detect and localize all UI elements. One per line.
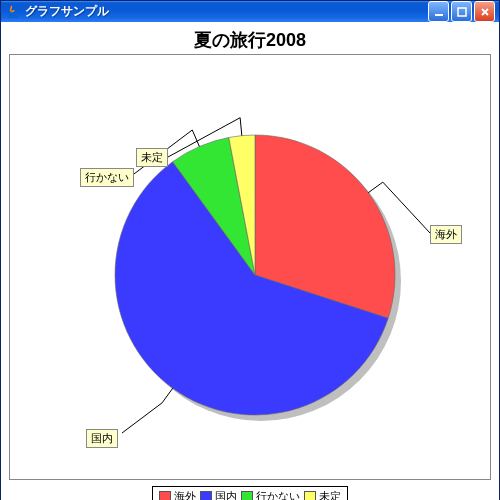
legend-item: 国内 — [200, 489, 237, 500]
legend-item: 行かない — [241, 489, 300, 500]
legend-swatch — [200, 491, 212, 501]
minimize-button[interactable] — [428, 1, 449, 22]
legend-swatch — [304, 491, 316, 501]
legend-label: 海外 — [174, 489, 196, 500]
content-area: 夏の旅行2008 海外国内行かない未定 海外国内行かない未定 — [1, 22, 499, 500]
svg-rect-0 — [435, 14, 443, 16]
maximize-button[interactable] — [451, 1, 472, 22]
close-button[interactable] — [474, 1, 495, 22]
legend-swatch — [159, 491, 171, 501]
legend-label: 国内 — [215, 489, 237, 500]
legend-item: 海外 — [159, 489, 196, 500]
java-icon — [5, 4, 21, 20]
slice-label: 未定 — [136, 148, 168, 167]
titlebar: グラフサンプル — [1, 1, 499, 22]
legend-label: 行かない — [256, 489, 300, 500]
slice-label: 国内 — [86, 429, 118, 448]
slice-label: 行かない — [80, 168, 134, 187]
slice-label: 海外 — [430, 225, 462, 244]
window-buttons — [428, 1, 495, 22]
chart-plot: 海外国内行かない未定 — [9, 54, 491, 480]
chart-title: 夏の旅行2008 — [1, 28, 499, 52]
svg-rect-1 — [458, 8, 466, 16]
legend-label: 未定 — [319, 489, 341, 500]
pie-svg — [10, 55, 490, 479]
legend-item: 未定 — [304, 489, 341, 500]
window-title: グラフサンプル — [25, 3, 428, 20]
legend: 海外国内行かない未定 — [152, 486, 348, 500]
app-window: グラフサンプル 夏の旅行2008 海外国内行かない未定 海外国内行かない未定 — [0, 0, 500, 500]
legend-swatch — [241, 491, 253, 501]
